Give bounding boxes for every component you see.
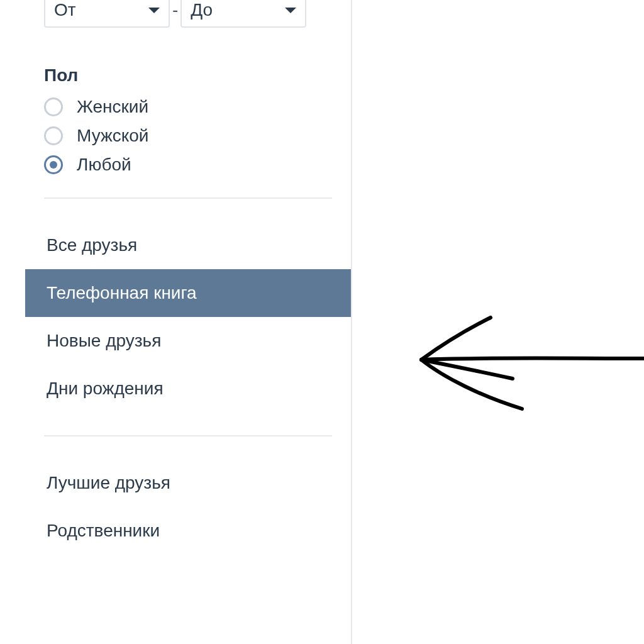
list-best-friends[interactable]: Лучшие друзья <box>25 459 351 507</box>
tab-new-friends[interactable]: Новые друзья <box>25 317 351 365</box>
gender-label: Мужской <box>77 126 148 146</box>
range-dash: - <box>172 0 178 20</box>
gender-label: Любой <box>77 155 131 175</box>
gender-option-any[interactable]: Любой <box>44 155 332 175</box>
radio-icon <box>44 155 63 174</box>
divider <box>44 197 332 199</box>
range-to-dropdown[interactable]: До <box>180 0 306 28</box>
range-to-label: До <box>191 0 213 20</box>
divider <box>44 435 332 436</box>
friends-tabs: Все друзья Телефонная книга Новые друзья… <box>25 221 351 413</box>
gender-title: Пол <box>25 65 351 86</box>
list-relatives[interactable]: Родственники <box>25 507 351 555</box>
tab-phonebook[interactable]: Телефонная книга <box>25 269 351 317</box>
friends-lists: Лучшие друзья Родственники <box>25 459 351 555</box>
tab-birthdays[interactable]: Дни рождения <box>25 365 351 413</box>
gender-option-female[interactable]: Женский <box>44 97 332 117</box>
range-from-label: От <box>54 0 76 20</box>
radio-icon <box>44 97 63 116</box>
tab-all-friends[interactable]: Все друзья <box>25 221 351 269</box>
range-from-dropdown[interactable]: От <box>44 0 170 28</box>
radio-icon <box>44 126 63 145</box>
arrow-annotation-icon <box>396 308 644 421</box>
age-range-row: От - До <box>25 0 351 28</box>
caret-down-icon <box>285 8 296 13</box>
gender-option-male[interactable]: Мужской <box>44 126 332 146</box>
caret-down-icon <box>148 8 160 13</box>
gender-label: Женский <box>77 97 148 117</box>
filters-sidebar: От - До Пол Женский Мужской Любой Все др… <box>25 0 352 644</box>
gender-radio-group: Женский Мужской Любой <box>25 97 351 175</box>
